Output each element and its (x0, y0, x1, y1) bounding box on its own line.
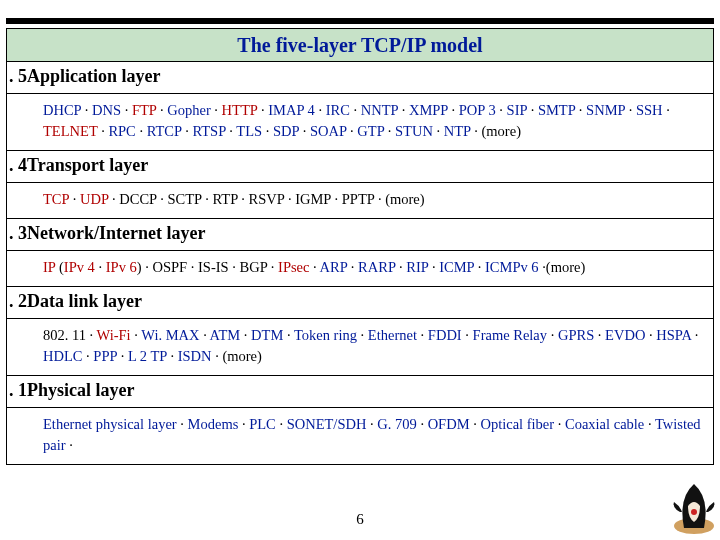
protocol-item: IRC (326, 102, 350, 118)
protocol-item: · (448, 102, 459, 118)
protocol-item: UDP (80, 191, 108, 207)
protocol-item: · (98, 123, 109, 139)
protocol-item: RIP (406, 259, 428, 275)
protocol-item: · (136, 123, 147, 139)
protocol-item: · (315, 102, 326, 118)
protocol-item: SOAP (310, 123, 347, 139)
layer-body: Ethernet physical layer · Modems · PLC ·… (7, 408, 713, 464)
protocol-item: Modems (188, 416, 239, 432)
protocol-item: RARP (358, 259, 395, 275)
protocol-item: RTCP (147, 123, 182, 139)
top-black-bar (6, 18, 714, 24)
protocol-item: IPv 6 (106, 259, 137, 275)
protocol-item: · (95, 259, 106, 275)
protocol-item: Token ring (294, 327, 357, 343)
protocol-item: PPP (93, 348, 117, 364)
protocol-item: ICMP (439, 259, 474, 275)
protocol-item: IPv 4 (64, 259, 95, 275)
protocol-item: ) · OSPF · IS-IS · BGP · (137, 259, 278, 275)
layer-name: Application layer (27, 66, 161, 86)
protocol-item: · (395, 259, 406, 275)
protocol-item: · (81, 102, 92, 118)
protocol-item: · (398, 102, 409, 118)
page-number: 6 (0, 511, 720, 528)
protocol-item: Wi-Fi (97, 327, 131, 343)
protocol-item: GPRS (558, 327, 594, 343)
protocol-item: · (417, 416, 428, 432)
layer-heading: . 3Network/Internet layer (7, 218, 713, 251)
layer-heading: . 2Data link layer (7, 286, 713, 319)
mascot-icon (670, 478, 718, 538)
layer-body: IP (IPv 4 · IPv 6) · OSPF · IS-IS · BGP … (7, 251, 713, 286)
layer-name: Transport layer (27, 155, 148, 175)
protocol-item: · (66, 437, 73, 453)
layer-name: Physical layer (27, 380, 134, 400)
protocol-item: · (86, 327, 97, 343)
protocol-item: XMPP (409, 102, 448, 118)
protocol-item: · (226, 123, 237, 139)
protocol-item: · (417, 327, 428, 343)
protocol-item: · (262, 123, 273, 139)
protocol-item: · (69, 191, 80, 207)
protocol-item: · (384, 123, 395, 139)
protocol-item: · (240, 327, 251, 343)
protocol-item: · (594, 327, 605, 343)
protocol-item: · (470, 416, 481, 432)
protocol-item: · (299, 123, 310, 139)
protocol-item: · (276, 416, 287, 432)
layer-number: . 5 (9, 66, 27, 87)
protocol-item: · (283, 327, 294, 343)
protocol-item: GTP (357, 123, 384, 139)
layer-heading: . 1Physical layer (7, 375, 713, 408)
layer-body: TCP · UDP · DCCP · SCTP · RTP · RSVP · I… (7, 183, 713, 218)
layer-body: DHCP · DNS · FTP · Gopher · HTTP · IMAP … (7, 94, 713, 150)
protocol-item: NTP (444, 123, 471, 139)
protocol-item: ARP (320, 259, 348, 275)
layer-heading: . 5Application layer (7, 62, 713, 94)
protocol-item: · (238, 416, 249, 432)
protocol-item: · (177, 416, 188, 432)
protocol-item: DHCP (43, 102, 81, 118)
layer-body: 802. 11 · Wi-Fi · Wi. MAX · ATM · DTM · … (7, 319, 713, 375)
protocol-item: · (121, 102, 132, 118)
protocol-item: · (462, 327, 473, 343)
protocol-item: STUN (395, 123, 433, 139)
protocol-item: Optical fiber (480, 416, 554, 432)
protocol-item: FTP (132, 102, 156, 118)
protocol-item: DNS (92, 102, 121, 118)
protocol-item: SSH (636, 102, 663, 118)
protocol-item: · (131, 327, 142, 343)
protocol-item: · (547, 327, 558, 343)
protocol-item: RTSP (192, 123, 225, 139)
layer-heading: . 4Transport layer (7, 150, 713, 183)
protocol-item: SDP (273, 123, 299, 139)
svg-point-1 (691, 509, 697, 515)
protocol-item: · (644, 416, 655, 432)
layer-number: . 1 (9, 380, 27, 401)
protocol-item: TCP (43, 191, 69, 207)
protocol-item: · (200, 327, 210, 343)
protocol-item: ( (55, 259, 63, 275)
protocol-item: · (496, 102, 507, 118)
protocol-item: ATM (210, 327, 241, 343)
protocol-item: · (366, 416, 377, 432)
protocol-item: 802. 11 (43, 327, 86, 343)
protocol-item: · (117, 348, 128, 364)
protocol-item: IPsec (278, 259, 309, 275)
protocol-item: · (433, 123, 444, 139)
protocol-item: · (309, 259, 319, 275)
protocol-item: G. 709 (377, 416, 416, 432)
protocol-item: PLC (249, 416, 276, 432)
protocol-item: HDLC (43, 348, 82, 364)
protocol-item: FDDI (428, 327, 462, 343)
protocol-item: ICMPv 6 (485, 259, 539, 275)
protocol-item: Ethernet (368, 327, 417, 343)
protocol-item: DTM (251, 327, 283, 343)
protocol-item: IMAP 4 (268, 102, 315, 118)
layer-name: Data link layer (27, 291, 142, 311)
protocol-item: Ethernet physical layer (43, 416, 177, 432)
protocol-item: · (more) (471, 123, 521, 139)
protocol-item: TELNET (43, 123, 98, 139)
protocol-item: · (182, 123, 193, 139)
protocol-item: POP 3 (459, 102, 496, 118)
